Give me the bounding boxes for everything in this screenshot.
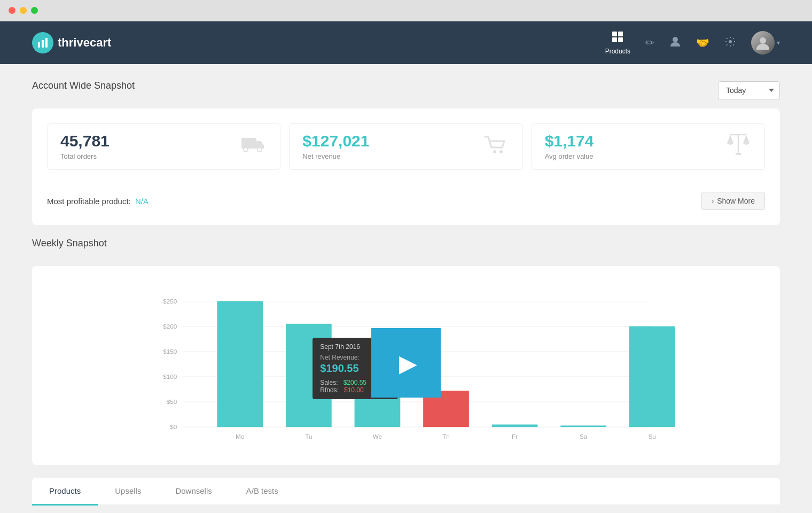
avatar-caret-icon: ▾ [777, 39, 780, 46]
svg-point-16 [499, 150, 503, 153]
nav-item-handshake[interactable]: 🤝 [696, 36, 709, 49]
profitable-value[interactable]: N/A [135, 197, 149, 206]
svg-rect-4 [618, 32, 623, 36]
stats-row: 45,781 Total orders $1 [47, 123, 765, 170]
svg-rect-10 [241, 138, 256, 149]
svg-text:Mo: Mo [236, 433, 245, 440]
weekly-card: $250 $200 $150 $100 $50 $0 [32, 266, 780, 465]
net-revenue-number: $127,021 [302, 133, 369, 149]
products-grid-icon [612, 31, 623, 45]
svg-rect-32 [217, 301, 263, 427]
show-more-button[interactable]: › Show More [701, 192, 765, 210]
cart-icon [483, 134, 510, 160]
traffic-light-yellow[interactable] [20, 7, 27, 14]
svg-text:$200: $200 [163, 323, 177, 330]
profitable-text: Most profitable product: N/A [47, 197, 149, 206]
browser-chrome [0, 0, 812, 21]
nav-item-products[interactable]: Products [605, 31, 630, 55]
svg-text:Tu: Tu [305, 433, 312, 440]
svg-rect-37 [560, 425, 606, 427]
profitable-row: Most profitable product: N/A › Show More [47, 183, 765, 210]
date-select[interactable]: Today Yesterday This Week This Month All… [718, 81, 780, 99]
nav-item-user[interactable] [669, 36, 681, 50]
svg-text:$100: $100 [163, 373, 177, 380]
gear-icon [724, 36, 736, 50]
tooltip-refunds-value: $10.00 [344, 386, 364, 394]
profitable-label: Most profitable product: [47, 197, 131, 206]
svg-text:$250: $250 [163, 298, 177, 305]
play-icon: ▶ [399, 349, 417, 377]
truck-icon [240, 134, 267, 160]
stat-avg-order: $1,174 Avg order value [532, 123, 765, 170]
logo-icon [32, 32, 53, 53]
svg-point-9 [760, 37, 766, 44]
show-more-label: Show More [717, 197, 755, 205]
snapshot-title: Account Wide Snapshot [32, 80, 135, 91]
svg-rect-0 [38, 42, 40, 48]
traffic-light-red[interactable] [9, 7, 15, 14]
stat-net-revenue: $127,021 Net revenue [289, 123, 522, 170]
svg-text:Sa: Sa [580, 433, 588, 440]
tab-downsells[interactable]: Downsells [158, 478, 229, 506]
main-content: Account Wide Snapshot Today Yesterday Th… [0, 64, 812, 513]
nav-item-settings[interactable] [724, 36, 736, 50]
stat-orders-info: 45,781 Total orders [60, 133, 110, 160]
tooltip-refunds-key: Rfnds: [320, 386, 339, 394]
nav-item-pencil[interactable]: ✏ [645, 36, 654, 49]
svg-text:$50: $50 [167, 398, 177, 405]
logo[interactable]: thrivecart [32, 32, 605, 53]
svg-text:Fr: Fr [512, 433, 518, 440]
tab-upsells[interactable]: Upsells [98, 478, 158, 506]
tooltip-sales-key: Sales: [320, 379, 338, 386]
stat-revenue-info: $127,021 Net revenue [302, 133, 369, 160]
svg-point-7 [673, 37, 678, 42]
svg-text:Su: Su [649, 433, 656, 440]
svg-text:Th: Th [442, 433, 450, 440]
navbar: thrivecart Products ✏ [0, 21, 812, 64]
snapshot-header: Account Wide Snapshot Today Yesterday Th… [32, 80, 780, 100]
tooltip-sales-value: $200.55 [343, 379, 366, 386]
tab-products[interactable]: Products [32, 478, 98, 506]
pencil-icon: ✏ [645, 36, 654, 49]
weekly-header: Weekly Snapshot [32, 238, 780, 258]
svg-rect-5 [612, 37, 617, 42]
avatar [751, 31, 775, 55]
svg-rect-2 [45, 38, 48, 48]
svg-point-14 [258, 148, 261, 151]
svg-rect-19 [736, 153, 741, 155]
user-icon [669, 36, 681, 50]
svg-rect-6 [618, 37, 623, 42]
logo-chart-icon [37, 37, 49, 49]
video-play-overlay[interactable]: ▶ [371, 328, 441, 398]
snapshot-card: 45,781 Total orders $1 [32, 108, 780, 225]
avg-order-label: Avg order value [545, 152, 594, 160]
traffic-light-green[interactable] [31, 7, 38, 14]
scales-icon [725, 133, 752, 161]
svg-point-15 [493, 150, 496, 153]
total-orders-label: Total orders [60, 152, 110, 160]
svg-point-13 [244, 148, 247, 151]
avatar-image [751, 31, 775, 55]
tabs-section: Products Upsells Downsells A/B tests [32, 478, 780, 506]
net-revenue-label: Net revenue [302, 152, 369, 160]
total-orders-number: 45,781 [60, 133, 110, 149]
svg-rect-38 [629, 327, 675, 428]
svg-text:$0: $0 [170, 423, 177, 430]
tab-ab-tests[interactable]: A/B tests [229, 478, 295, 506]
products-nav-label: Products [605, 48, 630, 55]
svg-text:$150: $150 [163, 348, 177, 355]
navbar-nav: Products ✏ 🤝 [605, 31, 780, 55]
show-more-chevron: › [712, 197, 714, 205]
stat-avg-info: $1,174 Avg order value [545, 133, 594, 160]
chart-area: $250 $200 $150 $100 $50 $0 [47, 290, 765, 450]
stat-total-orders: 45,781 Total orders [47, 123, 280, 170]
svg-rect-36 [492, 424, 538, 427]
tabs-bar: Products Upsells Downsells A/B tests [32, 478, 780, 506]
svg-rect-3 [612, 32, 617, 36]
avatar-wrap[interactable]: ▾ [751, 31, 780, 55]
weekly-title: Weekly Snapshot [32, 238, 107, 249]
logo-text: thrivecart [58, 36, 111, 50]
svg-rect-1 [42, 40, 44, 48]
handshake-icon: 🤝 [696, 36, 709, 49]
svg-point-8 [729, 40, 732, 43]
